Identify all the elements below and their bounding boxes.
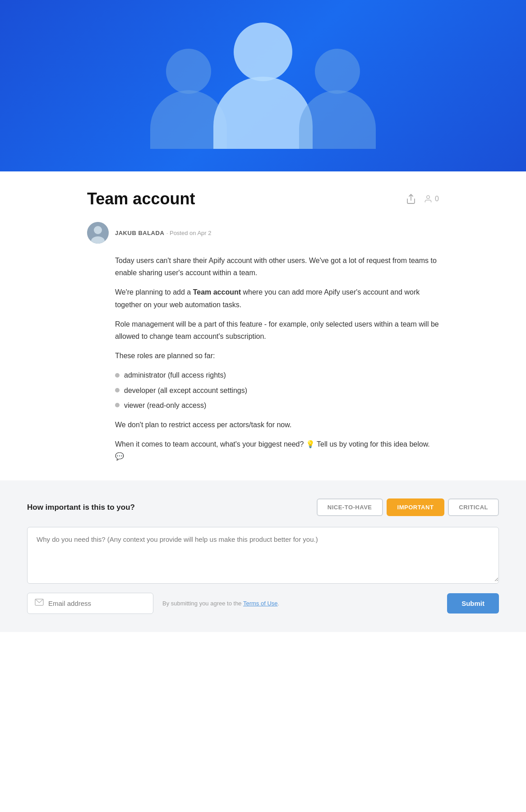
- svg-point-3: [94, 226, 102, 234]
- list-item: administrator (full access rights): [115, 369, 439, 381]
- feedback-textarea[interactable]: [28, 527, 498, 581]
- bottom-row: By submitting you agree to the Terms of …: [27, 593, 499, 614]
- article-content: Team account 0: [60, 171, 466, 462]
- article-actions: 0: [406, 194, 439, 204]
- article-header: Team account 0: [87, 189, 439, 208]
- submit-button[interactable]: Submit: [447, 593, 499, 614]
- importance-label: How important is this to you?: [27, 503, 308, 512]
- body-para3: Role management will be a part of this f…: [115, 318, 439, 342]
- svg-point-1: [427, 196, 430, 199]
- list-item: viewer (read-only access): [115, 399, 439, 411]
- importance-important[interactable]: IMPORTANT: [387, 498, 445, 516]
- body-para4: These roles are planned so far:: [115, 350, 439, 362]
- post-body: Today users can't share their Apify acco…: [87, 254, 439, 462]
- followers-count: 0: [424, 194, 439, 203]
- importance-buttons: NICE-TO-HAVE IMPORTANT CRITICAL: [317, 498, 499, 516]
- email-wrapper: [27, 593, 153, 614]
- voting-section: How important is this to you? NICE-TO-HA…: [0, 480, 526, 632]
- bullet-icon: [115, 403, 120, 407]
- importance-critical[interactable]: CRITICAL: [448, 498, 499, 516]
- hero-person-center: [213, 23, 313, 149]
- terms-link[interactable]: Terms of Use: [243, 600, 278, 607]
- list-item: developer (all except account settings): [115, 384, 439, 397]
- email-input[interactable]: [48, 600, 146, 607]
- hero-person-right: [299, 49, 376, 149]
- hero-illustration: [150, 23, 376, 149]
- hero-body-right: [299, 90, 376, 149]
- author-name: JAKUB BALADA: [115, 230, 164, 236]
- author-row: JAKUB BALADA · Posted on Apr 2: [87, 222, 439, 244]
- author-date: · Posted on Apr 2: [166, 230, 212, 236]
- share-button[interactable]: [406, 194, 416, 204]
- bullet-icon: [115, 373, 120, 378]
- hero-head-center: [234, 23, 292, 81]
- importance-nice-to-have[interactable]: NICE-TO-HAVE: [317, 498, 383, 516]
- importance-row: How important is this to you? NICE-TO-HA…: [27, 498, 499, 516]
- body-para1: Today users can't share their Apify acco…: [115, 254, 439, 279]
- body-para5: We don't plan to restrict access per act…: [115, 419, 439, 431]
- hero-banner: [0, 0, 526, 171]
- hero-body-center: [213, 77, 313, 149]
- page-title: Team account: [87, 189, 195, 208]
- body-para6: When it comes to team account, what's yo…: [115, 438, 439, 462]
- body-para2: We're planning to add a Team account whe…: [115, 286, 439, 310]
- bullet-icon: [115, 388, 120, 392]
- avatar: [87, 222, 109, 244]
- roles-list: administrator (full access rights) devel…: [115, 369, 439, 411]
- feedback-textarea-wrapper: [27, 527, 499, 584]
- email-icon: [35, 599, 44, 608]
- hero-head-left: [166, 49, 211, 94]
- terms-text: By submitting you agree to the Terms of …: [162, 600, 438, 607]
- hero-head-right: [315, 49, 360, 94]
- author-info: JAKUB BALADA · Posted on Apr 2: [115, 229, 211, 237]
